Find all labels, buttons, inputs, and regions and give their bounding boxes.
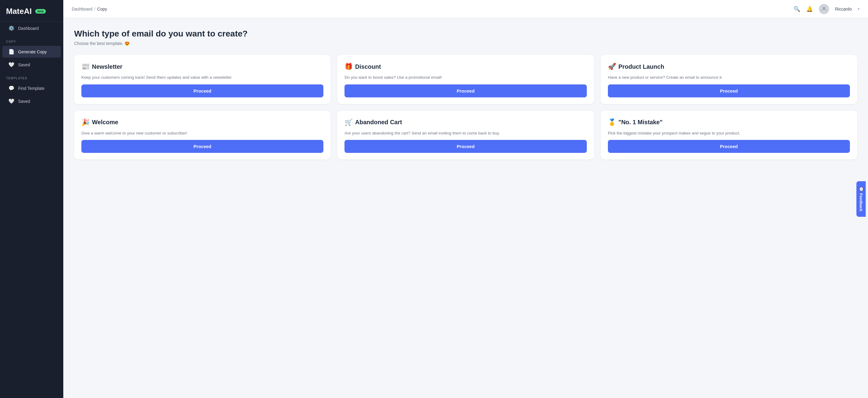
proceed-button[interactable]: Proceed — [608, 85, 850, 97]
sidebar-item-label: Saved — [18, 62, 30, 67]
page-title: Which type of email do you want to creat… — [74, 29, 857, 39]
sidebar-item-saved-copy[interactable]: 🤍 Saved — [2, 59, 61, 70]
card-description: Do you want to boost sales? Use a promot… — [344, 74, 587, 81]
sidebar-item-label: Dashboard — [18, 26, 39, 31]
breadcrumb: Dashboard / Copy — [72, 7, 107, 11]
card-title-text: Product Launch — [618, 63, 664, 70]
avatar — [819, 4, 829, 14]
card-emoji: 🥇 — [608, 119, 616, 126]
chat-icon: 💬 — [859, 187, 864, 191]
gear-icon: ⚙️ — [8, 25, 14, 31]
template-icon: 💬 — [8, 85, 14, 91]
email-type-card: 🎁 Discount Do you want to boost sales? U… — [337, 55, 594, 104]
email-type-card: 🥇 "No. 1 Mistake" Pick the biggest mista… — [601, 111, 857, 160]
proceed-button[interactable]: Proceed — [344, 85, 587, 97]
topbar: Dashboard / Copy 🔍 🔔 Riccardo ▾ — [63, 0, 868, 18]
card-description: Pick the biggest mistake your prospect m… — [608, 130, 850, 136]
breadcrumb-separator: / — [94, 7, 96, 11]
sidebar-item-saved-templates[interactable]: 🤍 Saved — [2, 95, 61, 107]
card-title-text: Discount — [355, 63, 381, 70]
user-name: Riccardo — [835, 7, 852, 11]
card-title: 📰 Newsletter — [82, 63, 323, 70]
card-title: 🎁 Discount — [344, 63, 587, 70]
card-description: Give a warm welcome to your new customer… — [82, 130, 323, 136]
sidebar-item-find-template[interactable]: 💬 Find Template — [2, 82, 61, 94]
email-type-card: 🎉 Welcome Give a warm welcome to your ne… — [74, 111, 331, 160]
breadcrumb-current: Copy — [97, 7, 107, 11]
heart-icon-2: 🤍 — [8, 98, 14, 104]
heart-icon: 🤍 — [8, 62, 14, 67]
page-subtitle: Choose the best template. 😍 — [74, 41, 857, 46]
card-emoji: 🛒 — [344, 119, 352, 126]
card-description: Keep your customers coming back! Send th… — [82, 74, 323, 81]
card-title: 🎉 Welcome — [82, 119, 323, 126]
beta-badge: beta — [35, 9, 46, 13]
svg-point-0 — [823, 7, 825, 9]
app-name: MateAI — [6, 7, 32, 16]
card-title-text: Welcome — [92, 119, 118, 126]
sidebar: MateAI beta ⚙️ Dashboard COPY 📄 Generate… — [0, 0, 63, 398]
sidebar-section-copy: COPY — [0, 35, 63, 45]
proceed-button[interactable]: Proceed — [82, 85, 323, 97]
sidebar-item-label: Generate Copy — [18, 50, 47, 54]
sidebar-item-label: Find Template — [18, 86, 44, 91]
sidebar-item-generate-copy[interactable]: 📄 Generate Copy — [2, 46, 61, 58]
feedback-tab[interactable]: 💬 Feedback — [857, 181, 866, 217]
topbar-right: 🔍 🔔 Riccardo ▾ — [794, 4, 860, 14]
app-logo: MateAI beta — [0, 0, 63, 22]
card-emoji: 🎉 — [82, 119, 90, 126]
email-type-card: 🛒 Abandoned Cart Are your users abandoni… — [337, 111, 594, 160]
card-emoji: 🚀 — [608, 63, 616, 70]
card-title-text: Newsletter — [92, 63, 122, 70]
breadcrumb-home[interactable]: Dashboard — [72, 7, 93, 11]
proceed-button[interactable]: Proceed — [608, 140, 850, 153]
card-emoji: 🎁 — [344, 63, 352, 70]
cards-grid: 📰 Newsletter Keep your customers coming … — [74, 55, 857, 159]
card-title: 🚀 Product Launch — [608, 63, 850, 70]
proceed-button[interactable]: Proceed — [82, 140, 323, 153]
card-title: 🥇 "No. 1 Mistake" — [608, 119, 850, 126]
main-content: Which type of email do you want to creat… — [63, 18, 868, 398]
sidebar-item-dashboard[interactable]: ⚙️ Dashboard — [2, 22, 61, 34]
sidebar-section-templates: TEMPLATES — [0, 71, 63, 82]
card-description: Have a new product or service? Create an… — [608, 74, 850, 81]
card-description: Are your users abandoning the cart? Send… — [344, 130, 587, 136]
search-icon[interactable]: 🔍 — [794, 6, 800, 12]
proceed-button[interactable]: Proceed — [344, 140, 587, 153]
card-title-text: "No. 1 Mistake" — [618, 119, 663, 126]
card-emoji: 📰 — [82, 63, 90, 70]
document-icon: 📄 — [8, 49, 14, 55]
sidebar-item-label: Saved — [18, 99, 30, 104]
card-title-text: Abandoned Cart — [355, 119, 402, 126]
main-area: Dashboard / Copy 🔍 🔔 Riccardo ▾ Which ty… — [63, 0, 868, 398]
bell-icon[interactable]: 🔔 — [806, 6, 813, 12]
chevron-down-icon[interactable]: ▾ — [858, 7, 860, 11]
feedback-label: Feedback — [859, 193, 864, 211]
email-type-card: 📰 Newsletter Keep your customers coming … — [74, 55, 331, 104]
email-type-card: 🚀 Product Launch Have a new product or s… — [601, 55, 857, 104]
card-title: 🛒 Abandoned Cart — [344, 119, 587, 126]
